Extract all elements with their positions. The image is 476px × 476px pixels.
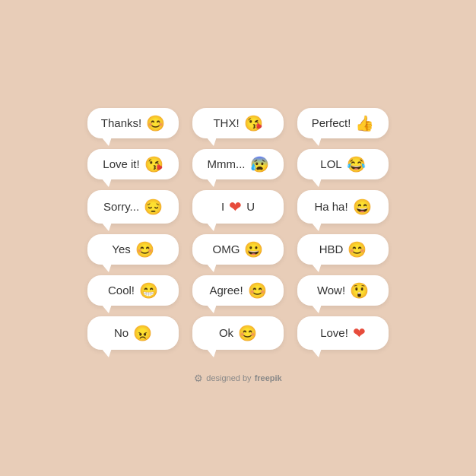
bubble-agree-emoji: 😊	[248, 283, 267, 298]
footer: ⚙ designed by freepik	[194, 373, 281, 384]
bubble-ok-text: Ok	[219, 326, 233, 339]
bubble-mmm: Mmm... 😰	[192, 149, 284, 179]
bubble-love-text: Love!	[320, 326, 348, 339]
bubble-omg-text: OMG	[213, 243, 240, 255]
bubble-cool: Cool! 😁	[87, 275, 179, 306]
bubble-love: Love! ❤	[297, 316, 389, 350]
bubble-love-it: Love it! 😘	[87, 149, 179, 179]
bubble-i-love-u-text2: U	[246, 200, 255, 213]
bubble-thx-text: THX!	[213, 116, 239, 129]
bubble-wow-emoji: 😲	[350, 283, 369, 298]
bubble-hbd-text: HBD	[319, 243, 344, 255]
bubble-thx-emoji: 😘	[244, 116, 263, 131]
bubble-perfect-emoji: 👍	[355, 116, 374, 131]
bubble-i-love-u: I ❤ U	[192, 190, 284, 224]
bubble-omg: OMG 😀	[192, 234, 284, 265]
bubble-ok-emoji: 😊	[238, 325, 257, 341]
bubble-wow-text: Wow!	[317, 284, 345, 297]
bubble-no-text: No	[114, 326, 129, 339]
bubble-haha-emoji: 😄	[353, 199, 372, 214]
bubble-lol: LOL 😂	[297, 149, 389, 179]
bubble-love-it-text: Love it!	[103, 157, 139, 170]
bubble-no: No 😠	[87, 316, 179, 350]
bubble-no-emoji: 😠	[133, 325, 152, 341]
bubble-sorry: Sorry... 😔	[87, 190, 179, 224]
bubble-sorry-emoji: 😔	[144, 199, 163, 214]
heart-love-icon: ❤	[353, 324, 366, 342]
bubble-haha-text: Ha ha!	[314, 200, 347, 213]
bubble-omg-emoji: 😀	[244, 242, 263, 257]
bubble-haha: Ha ha! 😄	[297, 190, 389, 224]
bubble-wow: Wow! 😲	[297, 275, 389, 306]
bubble-ok: Ok 😊	[192, 316, 284, 350]
bubble-perfect: Perfect! 👍	[297, 108, 389, 138]
bubble-thanks: Thanks! 😊	[87, 108, 179, 138]
bubble-mmm-text: Mmm...	[208, 157, 246, 170]
footer-text: designed by	[206, 373, 251, 382]
bubble-hbd: HBD 😊	[297, 234, 389, 265]
bubble-mmm-emoji: 😰	[250, 157, 269, 172]
bubble-thx: THX! 😘	[192, 108, 284, 138]
bubble-love-it-emoji: 😘	[144, 157, 163, 172]
bubble-thanks-text: Thanks!	[101, 116, 141, 129]
bubble-yes-emoji: 😊	[135, 242, 154, 257]
bubble-yes-text: Yes	[112, 243, 130, 255]
bubble-sorry-text: Sorry...	[103, 200, 139, 213]
bubble-lol-emoji: 😂	[347, 157, 366, 172]
bubble-lol-text: LOL	[320, 157, 341, 170]
footer-brand: freepik	[255, 373, 282, 382]
bubble-thanks-emoji: 😊	[146, 116, 165, 131]
bubble-cool-text: Cool!	[108, 284, 135, 297]
freepik-icon: ⚙	[194, 373, 203, 384]
bubble-perfect-text: Perfect!	[312, 116, 351, 129]
heart-icon: ❤	[229, 198, 242, 216]
bubble-yes: Yes 😊	[87, 234, 179, 265]
bubble-agree: Agree! 😊	[192, 275, 284, 306]
bubble-cool-emoji: 😁	[139, 283, 158, 298]
bubble-agree-text: Agree!	[209, 284, 243, 297]
message-grid: Thanks! 😊 THX! 😘 Perfect! 👍 Love it! 😘 M…	[72, 93, 404, 365]
bubble-hbd-emoji: 😊	[347, 242, 367, 257]
bubble-i-love-u-text: I	[221, 200, 224, 213]
